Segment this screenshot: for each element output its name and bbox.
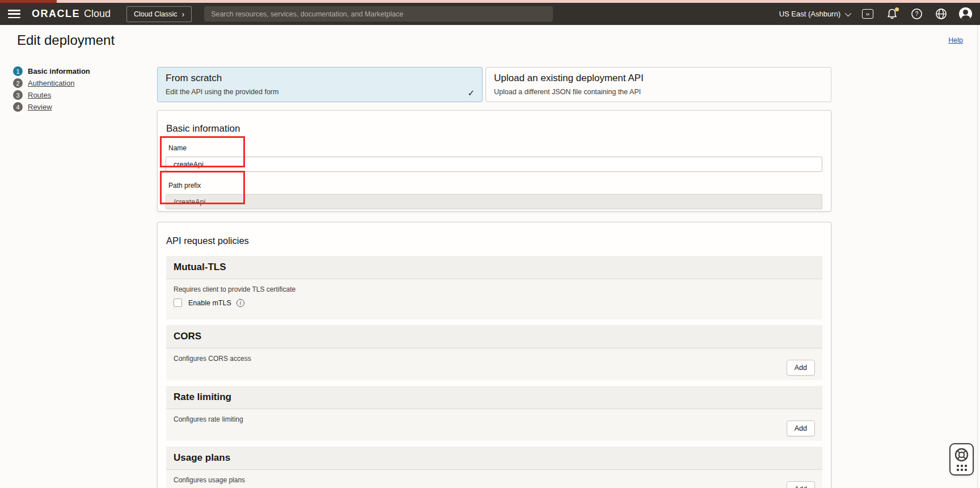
policy-section-mutual-tls: Mutual-TLS Requires client to provide TL… xyxy=(166,256,822,319)
path-prefix-field-label: Path prefix xyxy=(168,182,823,190)
basic-information-panel: Basic information Name Path prefix xyxy=(157,110,831,212)
wizard-step-basic-information: 1 Basic information xyxy=(13,66,143,76)
step-label[interactable]: Routes xyxy=(28,91,51,99)
wizard-step-review[interactable]: 4 Review xyxy=(13,102,143,112)
policy-description: Configures usage plans xyxy=(174,476,815,484)
selected-check-icon: ✓ xyxy=(467,88,475,98)
hamburger-menu-icon[interactable] xyxy=(8,10,20,18)
step-label: Basic information xyxy=(28,67,90,75)
info-icon[interactable]: i xyxy=(236,299,244,307)
browser-progress-fill xyxy=(0,0,57,3)
cloud-classic-button[interactable]: Cloud Classic › xyxy=(126,6,192,22)
policy-section-body: Configures CORS access Add xyxy=(166,348,822,380)
notification-badge xyxy=(895,7,899,11)
cors-add-button[interactable]: Add xyxy=(787,360,815,376)
choice-card-upload-api[interactable]: Upload an existing deployment API Upload… xyxy=(485,67,831,102)
rate-limiting-add-button[interactable]: Add xyxy=(787,420,815,436)
wizard-step-routes[interactable]: 3 Routes xyxy=(13,90,143,100)
policy-section-title: CORS xyxy=(174,331,201,342)
policy-section-body: Configures usage plans Add xyxy=(166,469,822,488)
main-content: From scratch Edit the API using the prov… xyxy=(157,67,831,488)
name-field-label: Name xyxy=(168,144,823,152)
policy-section-header: Mutual-TLS xyxy=(166,256,822,279)
logo-cloud-text: Cloud xyxy=(84,8,111,20)
browser-progress-track xyxy=(0,0,980,3)
choice-card-from-scratch[interactable]: From scratch Edit the API using the prov… xyxy=(157,67,483,102)
enable-mtls-checkbox[interactable] xyxy=(174,298,182,307)
wizard-steps: 1 Basic information 2 Authentication 3 R… xyxy=(13,66,143,114)
region-selector[interactable]: US East (Ashburn) xyxy=(779,10,850,18)
cloud-classic-label: Cloud Classic xyxy=(134,10,177,18)
usage-plans-add-button[interactable]: Add xyxy=(787,481,815,488)
notifications-bell-icon[interactable] xyxy=(886,8,898,20)
region-label: US East (Ashburn) xyxy=(779,10,840,18)
policy-section-title: Usage plans xyxy=(174,452,230,464)
wizard-step-authentication[interactable]: 2 Authentication xyxy=(13,78,143,88)
basic-information-title: Basic information xyxy=(166,123,823,134)
enable-mtls-label: Enable mTLS xyxy=(188,299,231,307)
chevron-down-icon xyxy=(845,10,851,16)
dots-grid-icon xyxy=(957,465,967,471)
assistance-launcher-widget[interactable] xyxy=(949,443,974,476)
api-request-policies-title: API request policies xyxy=(166,235,823,246)
policy-section-usage-plans: Usage plans Configures usage plans Add xyxy=(166,447,822,488)
policy-section-rate-limiting: Rate limiting Configures rate limiting A… xyxy=(166,386,822,441)
life-preserver-icon xyxy=(954,447,969,462)
choice-card-subtitle: Upload a different JSON file containing … xyxy=(494,88,823,96)
policy-section-header: Usage plans xyxy=(166,447,822,469)
policy-section-header: Rate limiting xyxy=(166,386,822,409)
policy-description: Configures rate limiting xyxy=(174,415,815,423)
api-source-choice-row: From scratch Edit the API using the prov… xyxy=(157,67,831,102)
page-header: Edit deployment Help xyxy=(0,25,980,55)
step-number-badge: 2 xyxy=(13,78,23,88)
path-prefix-input xyxy=(166,194,822,209)
step-label[interactable]: Authentication xyxy=(28,79,74,87)
policy-section-cors: CORS Configures CORS access Add xyxy=(166,325,822,380)
name-input[interactable] xyxy=(166,157,822,172)
policy-section-body: Configures rate limiting Add xyxy=(166,409,822,441)
language-globe-icon[interactable] xyxy=(935,8,947,20)
console-icon[interactable]: ‹› xyxy=(861,8,874,20)
step-label[interactable]: Review xyxy=(28,103,52,111)
api-request-policies-panel: API request policies Mutual-TLS Requires… xyxy=(157,222,831,488)
chevron-right-icon: › xyxy=(181,11,184,17)
policy-description: Requires client to provide TLS certifica… xyxy=(174,285,815,293)
page-title: Edit deployment xyxy=(17,32,115,48)
logo-oracle-text: ORACLE xyxy=(32,8,80,20)
step-number-badge: 4 xyxy=(13,102,23,112)
top-navigation-bar: ORACLE Cloud Cloud Classic › US East (As… xyxy=(0,3,980,25)
oracle-cloud-logo[interactable]: ORACLE Cloud xyxy=(32,8,111,20)
step-number-badge: 1 xyxy=(13,66,23,76)
user-avatar-icon[interactable] xyxy=(959,7,972,20)
choice-card-subtitle: Edit the API using the provided form xyxy=(166,88,474,96)
step-number-badge: 3 xyxy=(13,90,23,100)
choice-card-title: Upload an existing deployment API xyxy=(494,73,823,84)
topbar-right-group: US East (Ashburn) ‹› ? xyxy=(779,7,972,20)
policy-section-title: Mutual-TLS xyxy=(174,262,226,273)
policy-section-header: CORS xyxy=(166,325,822,348)
scrollbar-track-edge xyxy=(977,25,978,488)
svg-text:?: ? xyxy=(915,10,918,17)
global-search-input[interactable] xyxy=(204,6,553,22)
choice-card-title: From scratch xyxy=(166,73,474,84)
enable-mtls-row: Enable mTLS i xyxy=(174,298,815,307)
policy-description: Configures CORS access xyxy=(174,355,815,363)
policy-section-title: Rate limiting xyxy=(174,392,231,403)
help-question-icon[interactable]: ? xyxy=(910,8,923,20)
policy-section-body: Requires client to provide TLS certifica… xyxy=(166,279,822,319)
help-link[interactable]: Help xyxy=(948,36,963,44)
